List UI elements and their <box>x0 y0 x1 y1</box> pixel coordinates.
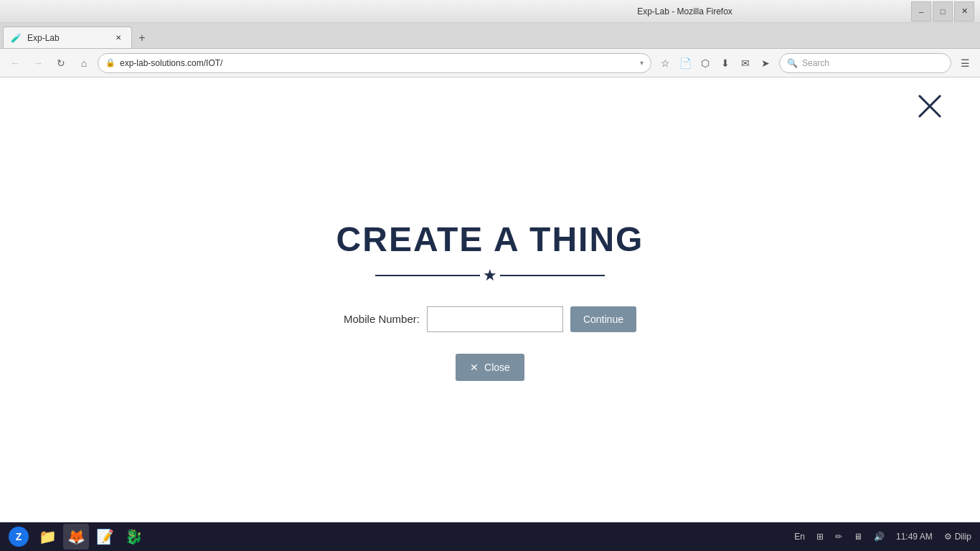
tab-favicon: 🧪 <box>11 33 22 43</box>
tab-close-button[interactable]: ✕ <box>113 32 124 44</box>
reload-button[interactable]: ↻ <box>52 54 70 72</box>
close-x-icon <box>915 92 944 121</box>
search-placeholder: Search <box>802 58 829 68</box>
main-container: CREATE A THING ★ Mobile Number: Continue… <box>336 220 644 381</box>
tray-icon-1: ⊞ <box>816 532 824 542</box>
back-icon: ← <box>10 57 20 69</box>
continue-button[interactable]: Continue <box>570 306 636 332</box>
address-bar: ← → ↻ ⌂ 🔒 exp-lab-solutions.com/IOT/ ▾ ☆… <box>0 49 980 77</box>
mobile-form-row: Mobile Number: Continue <box>344 306 636 332</box>
username-label: Dilip <box>955 532 971 542</box>
tab-label: Exp-Lab <box>27 33 60 43</box>
close-button-icon: ✕ <box>470 362 479 373</box>
zorin-icon: Z <box>9 527 29 547</box>
forward-button[interactable]: → <box>29 54 47 72</box>
files-app-button[interactable]: 📁 <box>34 524 60 550</box>
page-content: CREATE A THING ★ Mobile Number: Continue… <box>0 77 980 522</box>
unknown-tray-icon[interactable]: ⊞ <box>814 530 826 543</box>
home-button[interactable]: ⌂ <box>75 54 93 72</box>
bookmark-button[interactable]: ☆ <box>656 54 674 72</box>
text-editor-icon: 📝 <box>96 528 114 545</box>
pen-tray-icon[interactable]: ✏ <box>832 530 845 543</box>
url-dropdown-icon: ▾ <box>640 59 644 67</box>
user-icon: ⚙ <box>944 532 952 542</box>
message-button[interactable]: ✉ <box>736 54 755 72</box>
url-bar[interactable]: 🔒 exp-lab-solutions.com/IOT/ ▾ <box>98 53 651 73</box>
reader-view-button[interactable]: 📄 <box>676 54 694 72</box>
firefox-icon: 🦊 <box>67 528 85 545</box>
language-indicator[interactable]: En <box>791 530 808 543</box>
gimp-icon: 🐉 <box>125 528 143 545</box>
zorin-menu-button[interactable]: Z <box>6 524 32 550</box>
browser-title: Exp-Lab - Mozilla Firefox <box>458 6 911 17</box>
title-divider: ★ <box>375 266 605 285</box>
close-button[interactable]: ✕ Close <box>456 354 524 381</box>
system-tray: En ⊞ ✏ 🖥 🔊 11:49 AM ⚙ Dilip <box>791 530 974 543</box>
reload-icon: ↻ <box>57 57 65 69</box>
gimp-button[interactable]: 🐉 <box>121 524 146 550</box>
user-display[interactable]: ⚙ Dilip <box>941 530 974 543</box>
tab-bar: 🧪 Exp-Lab ✕ + <box>0 23 980 49</box>
divider-line-left <box>375 275 480 276</box>
page-close-x-button[interactable] <box>915 92 944 124</box>
toolbar-icons: ☆ 📄 ⬡ ⬇ ✉ ➤ <box>656 54 775 72</box>
pen-icon: ✏ <box>835 532 842 542</box>
window-close-button[interactable]: ✕ <box>954 1 974 22</box>
divider-star-icon: ★ <box>483 266 497 285</box>
download-button[interactable]: ⬇ <box>716 54 735 72</box>
minimize-button[interactable]: – <box>911 1 931 22</box>
text-editor-button[interactable]: 📝 <box>92 524 118 550</box>
maximize-button[interactable]: □ <box>933 1 953 22</box>
close-button-label: Close <box>484 362 510 373</box>
screen-tray-icon[interactable]: 🖥 <box>851 530 865 543</box>
firefox-button[interactable]: 🦊 <box>63 524 89 550</box>
window-controls: – □ ✕ <box>911 1 974 22</box>
mobile-number-label: Mobile Number: <box>344 313 420 325</box>
pocket-button[interactable]: ⬡ <box>696 54 715 72</box>
mobile-number-input[interactable] <box>427 306 563 332</box>
language-label: En <box>794 532 805 542</box>
search-bar[interactable]: 🔍 Search <box>779 53 951 73</box>
menu-button[interactable]: ☰ <box>956 54 974 72</box>
divider-line-right <box>500 275 605 276</box>
lock-icon: 🔒 <box>105 58 116 67</box>
forward-icon: → <box>33 57 43 69</box>
share-button[interactable]: ➤ <box>756 54 775 72</box>
back-button[interactable]: ← <box>6 54 24 72</box>
url-text: exp-lab-solutions.com/IOT/ <box>120 58 636 68</box>
new-tab-button[interactable]: + <box>132 28 152 48</box>
time-display: 11:49 AM <box>896 532 933 542</box>
taskbar: Z 📁 🦊 📝 🐉 En ⊞ ✏ 🖥 🔊 11:49 AM ⚙ <box>0 522 980 551</box>
screen-icon: 🖥 <box>854 532 862 542</box>
active-tab[interactable]: 🧪 Exp-Lab ✕ <box>3 27 132 48</box>
volume-icon[interactable]: 🔊 <box>871 530 887 543</box>
home-icon: ⌂ <box>81 57 87 69</box>
search-icon: 🔍 <box>787 58 798 68</box>
page-title: CREATE A THING <box>336 220 644 259</box>
speaker-icon: 🔊 <box>874 532 885 542</box>
clock[interactable]: 11:49 AM <box>893 530 936 543</box>
browser-titlebar: Exp-Lab - Mozilla Firefox – □ ✕ <box>0 0 980 23</box>
files-icon: 📁 <box>39 528 57 545</box>
